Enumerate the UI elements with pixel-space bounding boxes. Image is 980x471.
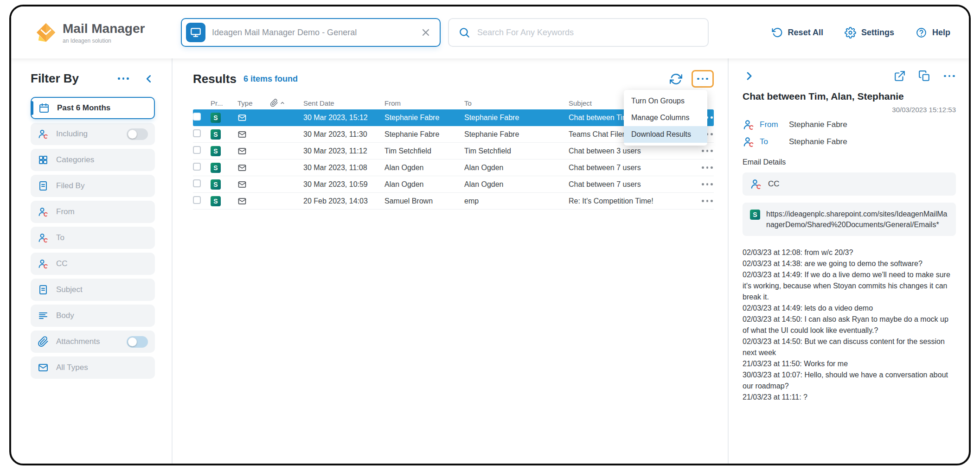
detail-overflow-button[interactable] (943, 75, 956, 77)
row-checkbox[interactable] (193, 196, 201, 204)
person-icon (38, 232, 49, 243)
cell-provider (211, 129, 237, 140)
row-menu-button[interactable] (701, 183, 714, 185)
search-input[interactable] (477, 28, 698, 38)
app-window: Mail Manager an Ideagen solution Ideagen… (9, 5, 971, 465)
filter-item-cc[interactable]: CC (31, 253, 155, 275)
row-menu-button[interactable] (701, 166, 714, 169)
filter-item-categories[interactable]: Categories (31, 149, 155, 171)
chat-line: 02/03/23 at 14:49: lets do a video demo (743, 303, 956, 314)
menu-item-manage-columns[interactable]: Manage Columns (624, 109, 707, 126)
row-checkbox[interactable] (193, 163, 201, 171)
cc-field[interactable]: CC (743, 172, 956, 196)
text-lines-icon (38, 310, 49, 321)
sharepoint-link[interactable]: https://ideagenplc.sharepoint.com/sites/… (766, 209, 948, 230)
cell-row-menu (694, 200, 714, 202)
chat-line: 02/03/23 at 14:49: If we do a live demo … (743, 269, 956, 303)
results-actions (670, 70, 714, 88)
cell-type (237, 113, 270, 122)
header-provider[interactable]: Pr... (211, 99, 237, 107)
table-row[interactable]: 30 Mar 2023, 10:59 Alan Ogden Alan Ogden… (193, 176, 714, 193)
copy-icon[interactable] (918, 70, 930, 82)
cc-label: CC (768, 179, 780, 189)
cell-to: Alan Ogden (464, 180, 569, 189)
row-menu-button[interactable] (701, 150, 714, 152)
table-row[interactable]: 20 Feb 2023, 14:03 Samuel Brown emp Re: … (193, 193, 714, 210)
reset-all-button[interactable]: Reset All (772, 27, 823, 38)
chat-line: 21/03/23 at 11:11: ? (743, 392, 956, 403)
sharepoint-icon (211, 163, 221, 173)
menu-item-turn-on-groups[interactable]: Turn On Groups (624, 93, 707, 109)
header-from[interactable]: From (384, 99, 464, 107)
chat-line: 02/03/23 at 14:50: But we can discuss co… (743, 336, 956, 358)
filter-item-including[interactable]: Including (31, 123, 155, 145)
envelope-icon (38, 362, 49, 373)
filed-location-box: https://ideagenplc.sharepoint.com/sites/… (743, 203, 956, 236)
envelope-icon (237, 113, 270, 122)
cell-checkbox (193, 146, 211, 156)
cell-from: Samuel Brown (384, 197, 464, 205)
document-icon (38, 180, 49, 191)
row-checkbox[interactable] (193, 179, 201, 187)
person-icon (38, 128, 49, 140)
filter-item-filed-by[interactable]: Filed By (31, 175, 155, 197)
row-checkbox[interactable] (193, 113, 201, 121)
results-header: Results 6 items found (193, 70, 714, 88)
table-row[interactable]: 30 Mar 2023, 11:08 Alan Ogden Alan Ogden… (193, 159, 714, 176)
filter-item-label: All Types (56, 363, 88, 372)
row-menu-button[interactable] (701, 200, 714, 202)
menu-item-download-results[interactable]: Download Results (624, 126, 707, 143)
filter-item-label: To (56, 233, 64, 242)
filter-item-from[interactable]: From (31, 201, 155, 223)
from-label: From (760, 120, 784, 129)
attachments-toggle[interactable] (127, 336, 148, 348)
including-toggle[interactable] (127, 128, 148, 140)
cell-subject: Re: It's Competition Time! (569, 197, 694, 205)
header-type[interactable]: Type (237, 99, 270, 107)
cell-provider (211, 179, 237, 190)
filter-item-attachments[interactable]: Attachments (31, 331, 155, 353)
envelope-icon (237, 146, 270, 156)
cell-type (237, 163, 270, 172)
reset-icon (772, 27, 783, 38)
filter-item-to[interactable]: To (31, 227, 155, 249)
results-count: 6 items found (243, 74, 298, 84)
to-label: To (760, 137, 784, 146)
clear-mailbox-icon[interactable] (420, 27, 431, 38)
cell-subject: Chat between 7 users (569, 180, 694, 189)
person-icon (743, 119, 755, 131)
filter-item-label: Past 6 Months (57, 103, 110, 113)
detail-timestamp: 30/03/2023 15:12:53 (743, 106, 956, 114)
collapse-sidebar-icon[interactable] (143, 73, 155, 85)
cell-sent-date: 30 Mar 2023, 11:12 (303, 147, 384, 155)
cell-checkbox (193, 113, 211, 122)
cell-to: Tim Setchfield (464, 147, 569, 155)
person-icon (743, 136, 755, 148)
sharepoint-icon (211, 179, 221, 190)
row-checkbox[interactable] (193, 146, 201, 154)
cell-row-menu (694, 183, 714, 185)
filter-item-subject[interactable]: Subject (31, 279, 155, 301)
filter-item-body[interactable]: Body (31, 305, 155, 327)
refresh-icon[interactable] (670, 73, 682, 85)
open-external-icon[interactable] (894, 70, 906, 82)
filter-item-date-range[interactable]: Past 6 Months (31, 97, 155, 119)
header-sent-date[interactable]: Sent Date (303, 99, 384, 107)
question-circle-icon (916, 27, 927, 38)
collapse-detail-icon[interactable] (743, 70, 756, 83)
row-checkbox[interactable] (193, 129, 201, 137)
header-to[interactable]: To (464, 99, 569, 107)
cell-from: Stephanie Fabre (384, 130, 464, 139)
sharepoint-icon (750, 210, 760, 220)
sharepoint-icon (211, 113, 221, 123)
results-title: Results (193, 72, 237, 86)
help-button[interactable]: Help (916, 27, 950, 38)
results-overflow-button[interactable] (692, 70, 714, 88)
filter-item-all-types[interactable]: All Types (31, 356, 155, 379)
filter-overflow-button[interactable] (117, 77, 130, 80)
results-panel: Results 6 items found Turn On Groups Man… (173, 58, 728, 464)
settings-button[interactable]: Settings (845, 27, 894, 38)
cell-subject: Chat between 3 users (569, 147, 694, 155)
header-attachment[interactable] (270, 99, 303, 107)
mailbox-selector[interactable]: Ideagen Mail Manager Demo - General (181, 18, 441, 47)
